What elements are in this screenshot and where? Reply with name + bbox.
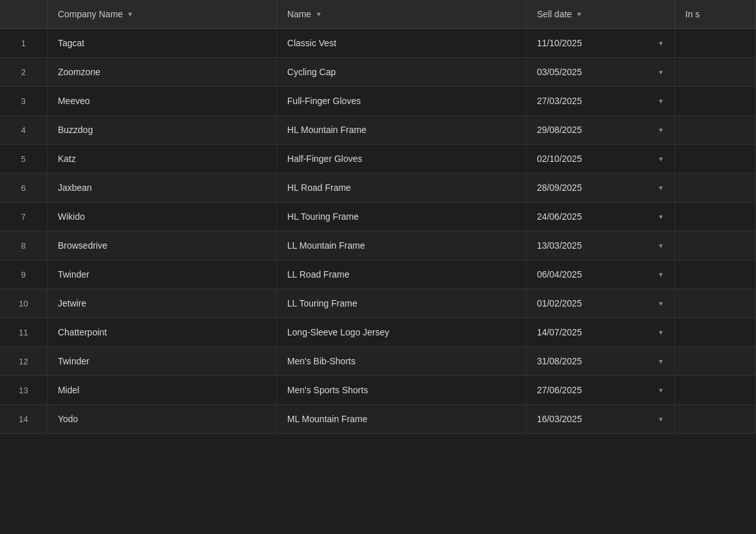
row-number: 9 xyxy=(0,260,47,289)
row-sell-date: 16/03/2025▼ xyxy=(526,405,675,434)
row-in-s xyxy=(675,29,756,58)
sell-date-dropdown-icon[interactable]: ▼ xyxy=(658,300,664,307)
row-in-s xyxy=(675,87,756,116)
row-in-s xyxy=(675,289,756,318)
row-product-name: Cycling Cap xyxy=(276,58,526,87)
row-number: 8 xyxy=(0,231,47,260)
row-company: Yodo xyxy=(47,405,276,434)
sell-date-value: 01/02/2025 xyxy=(537,298,582,308)
sell-date-dropdown-icon[interactable]: ▼ xyxy=(658,358,664,365)
row-product-name: LL Mountain Frame xyxy=(276,231,526,260)
row-in-s xyxy=(675,202,756,231)
row-product-name: HL Road Frame xyxy=(276,174,526,202)
row-sell-date: 27/06/2025▼ xyxy=(526,376,675,405)
row-company: Twinder xyxy=(47,347,276,376)
row-sell-date: 14/07/2025▼ xyxy=(526,318,675,347)
row-product-name: Classic Vest xyxy=(276,29,526,58)
row-product-name: Men's Bib-Shorts xyxy=(276,347,526,376)
table-row: 4BuzzdogHL Mountain Frame29/08/2025▼ xyxy=(0,116,756,145)
row-sell-date: 11/10/2025▼ xyxy=(526,29,675,58)
row-company: Browsedrive xyxy=(47,231,276,260)
row-product-name: Half-Finger Gloves xyxy=(276,145,526,174)
row-product-name: HL Mountain Frame xyxy=(276,116,526,145)
row-company: Wikido xyxy=(47,202,276,231)
table-row: 13MidelMen's Sports Shorts27/06/2025▼ xyxy=(0,376,756,405)
row-number: 11 xyxy=(0,318,47,347)
col-header-row-number xyxy=(0,0,47,29)
sell-date-dropdown-icon[interactable]: ▼ xyxy=(658,387,664,394)
row-company: Midel xyxy=(47,376,276,405)
table-row: 3MeeveoFull-Finger Gloves27/03/2025▼ xyxy=(0,87,756,116)
row-company: Meeveo xyxy=(47,87,276,116)
row-in-s xyxy=(675,347,756,376)
row-sell-date: 01/02/2025▼ xyxy=(526,289,675,318)
row-sell-date: 24/06/2025▼ xyxy=(526,202,675,231)
name-sort-icon[interactable]: ▼ xyxy=(315,10,322,18)
table-row: 1TagcatClassic Vest11/10/2025▼ xyxy=(0,29,756,58)
table-row: 5KatzHalf-Finger Gloves02/10/2025▼ xyxy=(0,145,756,174)
row-number: 6 xyxy=(0,174,47,202)
company-name-sort-icon[interactable]: ▼ xyxy=(127,10,134,18)
table-row: 7WikidoHL Touring Frame24/06/2025▼ xyxy=(0,202,756,231)
row-number: 12 xyxy=(0,347,47,376)
col-header-name[interactable]: Name ▼ xyxy=(276,0,526,29)
row-number: 5 xyxy=(0,145,47,174)
col-header-company-name[interactable]: Company Name ▼ xyxy=(47,0,276,29)
table-wrapper[interactable]: Company Name ▼ Name ▼ Sell date ▼ xyxy=(0,0,756,534)
row-in-s xyxy=(675,318,756,347)
sell-date-dropdown-icon[interactable]: ▼ xyxy=(658,242,664,249)
sell-date-dropdown-icon[interactable]: ▼ xyxy=(658,40,664,47)
row-sell-date: 31/08/2025▼ xyxy=(526,347,675,376)
sell-date-value: 16/03/2025 xyxy=(537,414,582,424)
row-sell-date: 28/09/2025▼ xyxy=(526,174,675,202)
row-sell-date: 13/03/2025▼ xyxy=(526,231,675,260)
row-company: Jetwire xyxy=(47,289,276,318)
sell-date-value: 31/08/2025 xyxy=(537,356,582,366)
row-number: 13 xyxy=(0,376,47,405)
data-table: Company Name ▼ Name ▼ Sell date ▼ xyxy=(0,0,756,434)
row-product-name: HL Touring Frame xyxy=(276,202,526,231)
row-number: 14 xyxy=(0,405,47,434)
sell-date-value: 03/05/2025 xyxy=(537,67,582,77)
row-product-name: LL Touring Frame xyxy=(276,289,526,318)
table-row: 11ChatterpointLong-Sleeve Logo Jersey14/… xyxy=(0,318,756,347)
company-name-header-label: Company Name xyxy=(58,9,123,19)
sell-date-dropdown-icon[interactable]: ▼ xyxy=(658,98,664,105)
in-s-header-label: In s xyxy=(685,9,700,19)
sell-date-value: 27/06/2025 xyxy=(537,385,582,395)
sell-date-value: 14/07/2025 xyxy=(537,327,582,337)
sell-date-dropdown-icon[interactable]: ▼ xyxy=(658,127,664,134)
row-sell-date: 29/08/2025▼ xyxy=(526,116,675,145)
sell-date-dropdown-icon[interactable]: ▼ xyxy=(658,271,664,278)
sell-date-dropdown-icon[interactable]: ▼ xyxy=(658,213,664,220)
row-in-s xyxy=(675,145,756,174)
sell-date-value: 13/03/2025 xyxy=(537,240,582,251)
row-company: Jaxbean xyxy=(47,174,276,202)
sell-date-sort-icon[interactable]: ▼ xyxy=(576,10,583,18)
sell-date-dropdown-icon[interactable]: ▼ xyxy=(658,329,664,336)
col-header-in-s: In s xyxy=(675,0,756,29)
name-header-label: Name xyxy=(287,9,311,19)
sell-date-dropdown-icon[interactable]: ▼ xyxy=(658,69,664,76)
row-in-s xyxy=(675,376,756,405)
row-product-name: Men's Sports Shorts xyxy=(276,376,526,405)
row-in-s xyxy=(675,58,756,87)
table-row: 12TwinderMen's Bib-Shorts31/08/2025▼ xyxy=(0,347,756,376)
sell-date-dropdown-icon[interactable]: ▼ xyxy=(658,156,664,163)
row-company: Chatterpoint xyxy=(47,318,276,347)
row-number: 1 xyxy=(0,29,47,58)
sell-date-dropdown-icon[interactable]: ▼ xyxy=(658,416,664,423)
row-number: 10 xyxy=(0,289,47,318)
sell-date-value: 24/06/2025 xyxy=(537,211,582,222)
sell-date-dropdown-icon[interactable]: ▼ xyxy=(658,184,664,191)
table-row: 6JaxbeanHL Road Frame28/09/2025▼ xyxy=(0,174,756,202)
row-number: 7 xyxy=(0,202,47,231)
row-in-s xyxy=(675,231,756,260)
col-header-sell-date[interactable]: Sell date ▼ xyxy=(526,0,675,29)
header-row: Company Name ▼ Name ▼ Sell date ▼ xyxy=(0,0,756,29)
sell-date-value: 06/04/2025 xyxy=(537,269,582,280)
row-sell-date: 02/10/2025▼ xyxy=(526,145,675,174)
row-product-name: ML Mountain Frame xyxy=(276,405,526,434)
row-in-s xyxy=(675,405,756,434)
table-row: 14YodoML Mountain Frame16/03/2025▼ xyxy=(0,405,756,434)
